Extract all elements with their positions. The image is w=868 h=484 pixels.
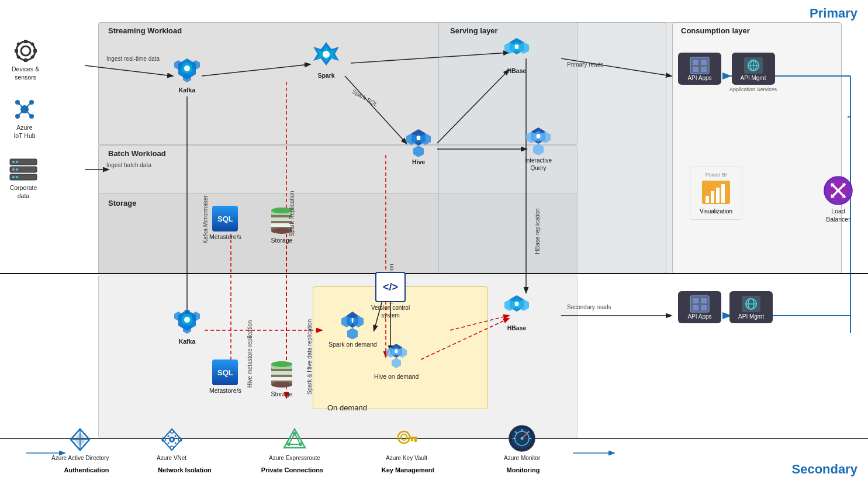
azure-key-vault-label: Azure Key Vault	[386, 454, 427, 462]
power-bi-icon	[701, 179, 731, 205]
api-mgmt-top-label: API Mgmt	[741, 75, 766, 81]
iot-hub-label: AzureIoT Hub	[13, 124, 35, 140]
svg-point-170	[299, 442, 302, 446]
svg-point-185	[521, 437, 524, 440]
svg-point-49	[16, 161, 18, 163]
spark-on-demand-icon	[336, 310, 369, 339]
azure-monitor-icon	[508, 424, 536, 452]
azure-ad-icon	[67, 427, 93, 452]
node-interactive-query: InteractiveQuery	[523, 126, 554, 172]
azure-monitor-label: Azure Monitor	[504, 454, 540, 462]
corporate-data-icon	[9, 158, 38, 182]
svg-point-46	[29, 114, 34, 119]
svg-rect-33	[33, 49, 37, 53]
svg-rect-129	[711, 191, 714, 203]
svg-point-48	[12, 161, 15, 163]
svg-point-172	[401, 434, 407, 440]
svg-point-90	[184, 317, 190, 323]
node-azure-key-vault: Azure Key Vault	[386, 427, 427, 462]
label-streaming: Streaming Workload	[108, 26, 182, 35]
label-hbase-replication: HBase replication	[534, 208, 541, 254]
storage-bottom-icon	[269, 359, 295, 389]
svg-point-159	[171, 438, 173, 441]
svg-point-78	[536, 134, 541, 139]
label-spark-hive-replication: Spark & Hive data replication	[306, 319, 313, 395]
svg-point-160	[167, 435, 169, 437]
kafka-top-icon	[172, 56, 202, 85]
label-batch: Batch Workload	[108, 149, 166, 158]
svg-point-99	[271, 382, 292, 388]
svg-point-73	[514, 44, 519, 49]
api-apps-bottom-label: API Apps	[687, 313, 711, 320]
svg-rect-175	[411, 439, 413, 441]
load-balancer-label: LoadBalancer	[826, 208, 850, 223]
label-storage: Storage	[108, 199, 136, 208]
hbase-bottom-icon	[502, 293, 532, 323]
svg-rect-121	[701, 67, 707, 72]
svg-point-98	[271, 361, 292, 367]
label-ingest-batch: Ingest batch data	[106, 162, 151, 168]
label-on-demand: On demand	[327, 403, 367, 412]
label-primary: Primary	[810, 6, 857, 21]
svg-rect-174	[414, 439, 417, 442]
svg-point-45	[15, 114, 20, 119]
svg-point-157	[170, 446, 174, 450]
api-apps-top-box: API Apps	[678, 53, 721, 85]
node-azure-expressroute: Azure Expressroute	[269, 427, 320, 462]
api-apps-bottom-icon	[689, 295, 710, 313]
spark-top-icon	[310, 40, 343, 70]
svg-marker-81	[533, 144, 544, 155]
svg-rect-130	[716, 188, 720, 203]
node-kafka-bottom: Kafka	[172, 307, 202, 346]
storage-top-label: Storage	[271, 237, 293, 245]
label-hive-metastore-replication: Hive metastore replication	[247, 320, 253, 388]
svg-rect-120	[693, 67, 698, 72]
api-mgmt-top-box: API Mgmt	[732, 53, 775, 85]
node-metastore-bottom: SQL Metastore/s	[209, 359, 241, 395]
api-apps-icon	[689, 56, 710, 75]
hive-top-icon	[403, 127, 434, 157]
node-hive-on-demand: Hive on demand	[374, 342, 419, 381]
label-serving: Serving layer	[450, 26, 498, 35]
devices-sensors-label: Devices &sensors	[12, 65, 39, 81]
devices-icon	[13, 38, 39, 64]
kafka-bottom-icon	[172, 307, 202, 336]
label-private-connections: Private Connections	[260, 466, 324, 473]
kafka-bottom-label: Kafka	[179, 338, 196, 346]
svg-rect-173	[409, 437, 417, 439]
svg-rect-31	[24, 58, 27, 62]
azure-vnet-label: Azure VNet	[157, 454, 186, 462]
spark-on-demand-label: Spark on demand	[328, 341, 377, 349]
svg-point-55	[16, 176, 18, 178]
node-metastore-top: SQL Metastore/s	[209, 206, 241, 241]
node-hbase-bottom: HBase	[502, 293, 532, 333]
app-services-label: Application Services	[729, 87, 777, 94]
visualization-label: Visualization	[695, 208, 737, 215]
node-hive-top: Hive	[403, 127, 434, 167]
node-version-control: </> Version controlsystem	[371, 272, 410, 319]
node-api-mgmt-top: API Mgmt Application Services	[729, 53, 777, 94]
node-api-apps-bottom: API Apps	[678, 291, 721, 323]
key-vault-icon	[393, 427, 419, 452]
node-azure-monitor: Azure Monitor	[504, 424, 540, 462]
svg-point-64	[323, 51, 330, 58]
api-mgmt-bottom-box: API Mgmt	[729, 291, 773, 323]
version-control-box: </>	[375, 272, 406, 302]
node-visualization: Power BI Visualization	[690, 167, 742, 220]
hbase-top-label: HBase	[507, 67, 527, 75]
interactive-query-icon	[523, 126, 554, 155]
svg-rect-131	[721, 184, 725, 203]
svg-rect-133	[693, 298, 698, 303]
label-key-management: Key Management	[379, 466, 437, 473]
api-mgmt-icon	[743, 56, 764, 75]
node-api-apps-top: API Apps	[678, 53, 721, 85]
node-api-mgmt-bottom: API Mgmt	[729, 291, 773, 323]
node-load-balancer: LoadBalancer	[823, 175, 853, 223]
node-azure-ad: Azure Active Directory	[51, 427, 109, 462]
svg-rect-136	[701, 305, 707, 310]
svg-point-169	[287, 442, 291, 446]
node-kafka-top: Kafka	[172, 56, 202, 95]
svg-marker-70	[413, 146, 424, 157]
label-kafka-mirrormaker: Kafka Mirrormaker	[202, 195, 209, 243]
node-storage-bottom: Storage	[269, 359, 295, 399]
